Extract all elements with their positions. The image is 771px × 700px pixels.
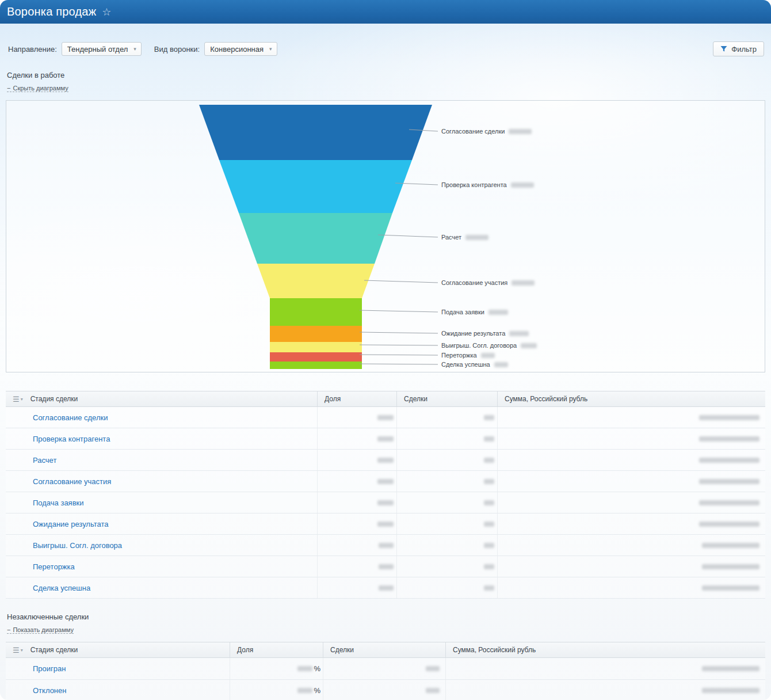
redacted-deals xyxy=(484,522,494,527)
hide-chart-label: Скрыть диаграмму xyxy=(13,85,68,92)
redacted-share xyxy=(377,436,394,442)
funnel-segment-2[interactable] xyxy=(219,160,412,213)
stage-link[interactable]: Ожидание результата xyxy=(33,520,109,528)
app-window: Воронка продаж ☆ Направление: Тендерный … xyxy=(0,0,771,700)
funnel-segment-4[interactable] xyxy=(257,264,375,298)
column-header-deals: Сделки xyxy=(397,391,498,406)
table-row: Согласование участия xyxy=(6,471,765,492)
direction-dropdown[interactable]: Тендерный отдел ▾ xyxy=(62,42,142,56)
hide-chart-link[interactable]: − Скрыть диаграмму xyxy=(7,85,68,92)
redacted-deals xyxy=(484,564,494,569)
table-row: Согласование сделки xyxy=(6,407,765,428)
chevron-down-icon: ▾ xyxy=(133,46,136,52)
stage-link[interactable]: Переторжка xyxy=(33,562,75,571)
column-header-stage: Стадия сделки xyxy=(30,646,78,654)
table-settings-icon[interactable]: ☰▾ xyxy=(13,395,23,403)
funnel-segment-7[interactable] xyxy=(270,342,362,352)
page-title: Воронка продаж xyxy=(7,5,96,18)
filter-button[interactable]: Фильтр xyxy=(713,41,764,56)
column-header-share: Доля xyxy=(318,391,397,406)
section-title-unclosed-deals: Незаключенные сделки xyxy=(7,612,771,621)
funnel-view-dropdown[interactable]: Конверсионная ▾ xyxy=(204,42,277,56)
redacted-value xyxy=(488,310,508,315)
funnel-segment-3[interactable] xyxy=(239,213,392,264)
redacted-sum xyxy=(699,436,759,442)
table-row: Переторжка xyxy=(6,556,765,577)
column-header-share: Доля xyxy=(230,642,323,657)
funnel-view-label: Вид воронки: xyxy=(154,45,200,54)
redacted-value xyxy=(481,353,495,358)
show-chart-link[interactable]: − Показать диаграмму xyxy=(7,626,74,634)
redacted-sum xyxy=(699,415,759,420)
page-header: Воронка продаж ☆ xyxy=(0,0,771,24)
redacted-value xyxy=(509,129,532,134)
table-header: ☰▾ Стадия сделки Доля Сделки Сумма, Росс… xyxy=(6,642,765,658)
direction-value: Тендерный отдел xyxy=(67,45,128,54)
collapse-icon: − xyxy=(7,85,10,92)
redacted-share xyxy=(379,543,394,548)
redacted-share xyxy=(379,585,394,591)
redacted-value xyxy=(509,331,529,336)
table-header: ☰▾ Стадия сделки Доля Сделки Сумма, Росс… xyxy=(6,391,765,407)
section-title-deals-in-progress: Сделки в работе xyxy=(7,71,771,79)
redacted-sum xyxy=(702,564,759,569)
funnel-segment-1[interactable] xyxy=(199,105,432,160)
redacted-deals xyxy=(484,415,494,420)
stage-link[interactable]: Подача заявки xyxy=(33,499,84,507)
redacted-deals xyxy=(484,543,494,548)
stage-link[interactable]: Расчет xyxy=(33,456,56,465)
table-row: Выигрыш. Согл. договора xyxy=(6,535,765,556)
chevron-down-icon: ▾ xyxy=(269,46,272,52)
redacted-sum xyxy=(699,500,759,505)
stage-link[interactable]: Согласование участия xyxy=(33,477,111,486)
table-row: Расчет xyxy=(6,450,765,471)
redacted-share xyxy=(379,564,394,569)
redacted-deals xyxy=(484,436,494,442)
column-header-stage: Стадия сделки xyxy=(30,395,78,403)
expand-icon: − xyxy=(7,626,10,633)
redacted-sum xyxy=(699,479,759,484)
stage-link[interactable]: Проверка контрагента xyxy=(33,435,110,443)
funnel-segment-5[interactable] xyxy=(270,298,362,326)
stage-link[interactable]: Согласование сделки xyxy=(33,413,108,422)
table-row: Проигран % xyxy=(6,658,765,680)
redacted-sum xyxy=(702,666,759,671)
stage-link[interactable]: Сделка успешна xyxy=(33,584,90,592)
funnel-label: Проверка контрагента xyxy=(441,181,534,189)
column-header-deals: Сделки xyxy=(323,642,446,657)
funnel-label: Согласование участия xyxy=(441,279,535,287)
funnel-label: Выигрыш. Согл. договора xyxy=(441,341,537,349)
funnel-label: Расчет xyxy=(441,233,488,241)
show-chart-label: Показать диаграмму xyxy=(13,626,74,633)
redacted-deals xyxy=(484,500,494,505)
redacted-sum xyxy=(699,522,759,527)
redacted-value xyxy=(494,362,508,367)
filter-funnel-icon xyxy=(720,45,727,52)
redacted-sum xyxy=(702,585,759,591)
funnel-svg xyxy=(6,101,766,373)
redacted-share xyxy=(297,666,312,671)
funnel-label: Сделка успешна xyxy=(441,360,508,368)
redacted-value xyxy=(512,280,535,286)
funnel-segment-9[interactable] xyxy=(270,362,362,369)
funnel-chart: Согласование сделки Проверка контрагента… xyxy=(6,100,765,372)
favorite-star-icon[interactable]: ☆ xyxy=(102,6,111,18)
table-row: Проверка контрагента xyxy=(6,428,765,450)
redacted-share xyxy=(377,522,394,527)
stage-link[interactable]: Отклонен xyxy=(33,686,66,695)
table-settings-icon[interactable]: ☰▾ xyxy=(13,646,23,654)
share-percent-sign: % xyxy=(314,686,320,695)
redacted-value xyxy=(521,343,537,348)
stage-link[interactable]: Проигран xyxy=(33,664,66,673)
unclosed-deals-table: ☰▾ Стадия сделки Доля Сделки Сумма, Росс… xyxy=(6,642,765,700)
funnel-segment-6[interactable] xyxy=(270,326,362,342)
funnel-label: Переторжка xyxy=(441,351,495,359)
redacted-deals xyxy=(484,585,494,591)
table-row: Подача заявки xyxy=(6,492,765,513)
funnel-label: Подача заявки xyxy=(441,308,508,316)
funnel-segment-8[interactable] xyxy=(270,352,362,362)
redacted-deals xyxy=(426,688,440,693)
direction-label: Направление: xyxy=(8,45,57,54)
column-header-sum: Сумма, Российский рубль xyxy=(446,642,765,657)
stage-link[interactable]: Выигрыш. Согл. договора xyxy=(33,541,122,550)
